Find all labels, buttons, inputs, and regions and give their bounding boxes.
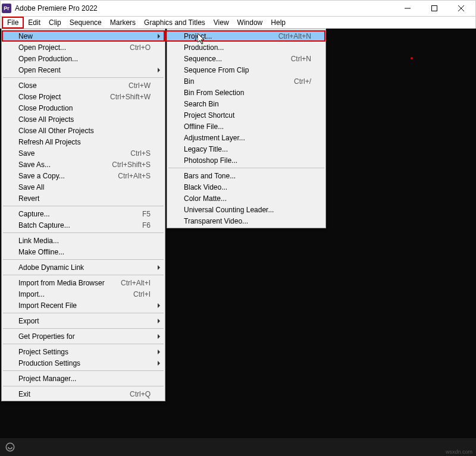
titlebar: Pr Adobe Premiere Pro 2022 [0,0,476,17]
menu-item-label: Photoshop File... [184,156,311,165]
maximize-button[interactable] [421,0,447,17]
file-close-all-other[interactable]: Close All Other Projects [2,125,165,136]
new-transparent-video[interactable]: Transparent Video... [167,215,325,227]
red-dot-marker [411,57,413,59]
menu-item-label: Adobe Dynamic Link [18,263,151,272]
new-sequence[interactable]: Sequence...Ctrl+N [167,53,325,64]
menu-item-label: Universal Counting Leader... [184,206,311,214]
shortcut-label: Ctrl+N [291,55,311,63]
menu-item-label: Exit [18,390,130,398]
minimize-button[interactable] [394,0,421,17]
new-search-bin[interactable]: Search Bin [167,98,325,109]
new-adjustment-layer[interactable]: Adjustment Layer... [167,132,325,143]
menu-sequence[interactable]: Sequence [65,18,106,27]
menu-item-label: Close All Projects [18,115,151,124]
menu-item-label: Close [18,81,129,90]
file-batch-capture[interactable]: Batch Capture...F6 [2,219,165,231]
menu-view[interactable]: View [209,18,233,27]
shortcut-label: Ctrl+Shift+W [110,93,151,101]
new-counting-leader[interactable]: Universal Counting Leader... [167,204,325,215]
close-button[interactable] [447,0,474,17]
file-save-all[interactable]: Save All [2,181,165,193]
menu-item-label: Project Shortcut [184,111,311,119]
file-exit[interactable]: ExitCtrl+Q [2,388,165,400]
file-menu-dropdown: NewOpen Project...Ctrl+OOpen Production.… [1,29,165,401]
file-new[interactable]: New [2,30,165,42]
menu-item-label: Revert [18,194,151,203]
menu-edit[interactable]: Edit [24,18,45,27]
file-import-recent[interactable]: Import Recent File [2,300,165,311]
new-black-video[interactable]: Black Video... [167,181,325,193]
file-get-properties[interactable]: Get Properties for [2,331,165,342]
menu-separator [3,206,164,206]
file-close-project[interactable]: Close ProjectCtrl+Shift+W [2,91,165,102]
menu-item-label: Open Production... [18,55,151,63]
app-window: Pr Adobe Premiere Pro 2022 FileEditClipS… [0,0,476,456]
menu-separator [3,386,164,386]
new-production[interactable]: Production... [167,42,325,53]
menu-item-label: New [18,32,151,40]
new-bars-tone[interactable]: Bars and Tone... [167,170,325,181]
menu-markers[interactable]: Markers [106,18,140,27]
file-make-offline[interactable]: Make Offline... [2,246,165,257]
file-close-all-projects[interactable]: Close All Projects [2,114,165,125]
file-import-media-browser[interactable]: Import from Media BrowserCtrl+Alt+I [2,277,165,288]
file-open-recent[interactable]: Open Recent [2,64,165,76]
new-color-matte[interactable]: Color Matte... [167,193,325,204]
app-icon: Pr [2,4,11,13]
new-photoshop-file[interactable]: Photoshop File... [167,155,325,166]
file-save[interactable]: SaveCtrl+S [2,147,165,159]
menu-clip[interactable]: Clip [45,18,65,27]
new-bin[interactable]: BinCtrl+/ [167,76,325,87]
menu-item-label: Search Bin [184,100,311,108]
new-offline-file[interactable]: Offline File... [167,121,325,132]
file-save-as[interactable]: Save As...Ctrl+Shift+S [2,159,165,170]
new-project[interactable]: Project...Ctrl+Alt+N [167,30,325,42]
file-close-production[interactable]: Close Production [2,102,165,114]
menu-separator [3,313,164,313]
menu-graphics-and-titles[interactable]: Graphics and Titles [140,18,209,27]
file-capture[interactable]: Capture...F5 [2,208,165,219]
menu-separator [3,344,164,344]
file-dynamic-link[interactable]: Adobe Dynamic Link [2,262,165,273]
file-open-project[interactable]: Open Project...Ctrl+O [2,42,165,53]
menu-item-label: Import from Media Browser [18,279,121,287]
menu-item-label: Import... [18,290,133,298]
shortcut-label: Ctrl+Q [130,390,151,398]
menu-item-label: Project Manager... [18,375,151,383]
file-open-production[interactable]: Open Production... [2,53,165,64]
menu-item-label: Get Properties for [18,332,151,341]
file-revert[interactable]: Revert [2,193,165,204]
file-refresh-all[interactable]: Refresh All Projects [2,136,165,147]
new-bin-from-selection[interactable]: Bin From Selection [167,87,325,98]
shortcut-label: Ctrl+Shift+S [112,161,151,169]
file-project-settings[interactable]: Project Settings [2,346,165,357]
new-sequence-from-clip[interactable]: Sequence From Clip [167,64,325,76]
menu-item-label: Save [18,149,130,158]
menu-item-label: Transparent Video... [184,217,311,225]
new-project-shortcut[interactable]: Project Shortcut [167,109,325,121]
menu-file[interactable]: File [2,17,24,29]
menu-item-label: Make Offline... [18,248,151,256]
shortcut-label: Ctrl+Alt+N [278,32,311,40]
file-save-copy[interactable]: Save a Copy...Ctrl+Alt+S [2,170,165,181]
menu-separator [3,77,164,78]
file-link-media[interactable]: Link Media... [2,235,165,246]
file-project-manager[interactable]: Project Manager... [2,373,165,384]
file-export[interactable]: Export [2,315,165,326]
menu-item-label: Adjustment Layer... [184,134,311,142]
file-close[interactable]: CloseCtrl+W [2,80,165,91]
shortcut-label: Ctrl+O [130,43,151,52]
menu-item-label: Save All [18,183,151,191]
menu-item-label: Bin [184,77,294,86]
menu-item-label: Open Recent [18,66,151,74]
new-legacy-title[interactable]: Legacy Title... [167,143,325,155]
menu-separator [3,232,164,233]
menu-item-label: Capture... [18,210,142,218]
file-import[interactable]: Import...Ctrl+I [2,288,165,300]
file-production-settings[interactable]: Production Settings [2,357,165,369]
menu-separator [168,168,324,168]
menu-help[interactable]: Help [267,18,290,27]
menu-item-label: Sequence... [184,55,291,63]
menu-window[interactable]: Window [233,18,267,27]
